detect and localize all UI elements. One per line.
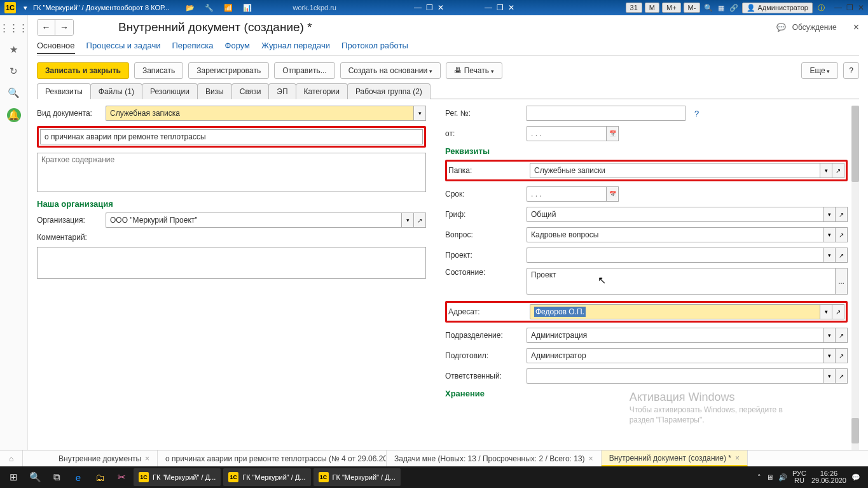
folder-field[interactable] bbox=[530, 163, 820, 178]
regno-help-icon[interactable]: ? bbox=[694, 109, 699, 118]
dept-dropdown[interactable]: ▾ bbox=[823, 328, 836, 343]
calendar-button[interactable]: 31 bbox=[626, 3, 642, 13]
subtab-links[interactable]: Связи bbox=[231, 83, 270, 99]
topic-field[interactable] bbox=[527, 227, 823, 242]
resp-open-button[interactable]: ↗ bbox=[835, 368, 848, 384]
minimize-icon[interactable]: — bbox=[414, 3, 422, 12]
home-tab[interactable]: ⌂ bbox=[0, 450, 23, 466]
from-date-field[interactable] bbox=[527, 126, 606, 141]
folder-dropdown[interactable]: ▾ bbox=[820, 163, 832, 178]
org-open-button[interactable]: ↗ bbox=[413, 213, 426, 228]
state-field[interactable]: Проект bbox=[527, 268, 836, 295]
regno-field[interactable] bbox=[527, 106, 685, 121]
subtab-visas[interactable]: Визы bbox=[197, 83, 232, 99]
print-button[interactable]: Печать bbox=[446, 62, 502, 79]
taskbar-app-3[interactable]: 1СГК "Меркурий" / Д... bbox=[313, 468, 401, 486]
tray-notif-icon[interactable]: 💬 bbox=[851, 473, 860, 482]
grif-field[interactable] bbox=[527, 207, 823, 222]
toolbar-icon[interactable]: 📊 bbox=[242, 2, 253, 13]
link-icon[interactable]: 🔗 bbox=[729, 4, 738, 12]
admin-button[interactable]: 👤 Администратор bbox=[742, 3, 812, 13]
topic-open-button[interactable]: ↗ bbox=[835, 227, 848, 242]
subtab-ep[interactable]: ЭП bbox=[268, 83, 296, 99]
tray-up-icon[interactable]: ˄ bbox=[757, 473, 761, 482]
send-button[interactable]: Отправить... bbox=[274, 62, 335, 79]
grif-open-button[interactable]: ↗ bbox=[835, 207, 848, 222]
author-field[interactable] bbox=[527, 348, 823, 363]
dept-open-button[interactable]: ↗ bbox=[835, 328, 848, 343]
layout-icon[interactable]: ▦ bbox=[718, 4, 724, 12]
addressee-field[interactable]: Федоров О.П. bbox=[530, 304, 820, 319]
explorer-icon[interactable]: 🗂 bbox=[89, 466, 111, 488]
tab-correspondence[interactable]: Переписка bbox=[172, 41, 214, 54]
tab-main[interactable]: Основное bbox=[37, 41, 75, 54]
m-plus-button[interactable]: M+ bbox=[662, 3, 681, 13]
deadline-field[interactable] bbox=[527, 186, 606, 202]
info-icon[interactable]: ⓘ bbox=[816, 2, 827, 13]
forward-button[interactable]: → bbox=[55, 20, 73, 35]
toolbar-icon[interactable]: 📂 bbox=[184, 2, 196, 13]
zoom-in-icon[interactable]: 🔍 bbox=[704, 4, 713, 12]
notifications-icon[interactable]: 🔔 bbox=[7, 108, 21, 122]
save-close-button[interactable]: Записать и закрыть bbox=[37, 62, 129, 79]
topic-dropdown[interactable]: ▾ bbox=[823, 227, 836, 242]
start-button[interactable]: ⊞ bbox=[3, 466, 24, 488]
history-icon[interactable]: ↻ bbox=[8, 65, 20, 78]
org-dropdown[interactable]: ▾ bbox=[401, 213, 414, 228]
tab-processes[interactable]: Процессы и задачи bbox=[86, 41, 161, 54]
subtab-workgroup[interactable]: Рабочая группа (2) bbox=[347, 83, 431, 99]
comment-textarea[interactable] bbox=[37, 247, 426, 279]
dept-field[interactable] bbox=[527, 328, 823, 343]
state-more-button[interactable]: … bbox=[835, 268, 848, 295]
minimize-icon[interactable]: — bbox=[485, 3, 492, 12]
maximize-icon[interactable]: ❐ bbox=[426, 3, 433, 12]
register-button[interactable]: Зарегистрировать bbox=[188, 62, 269, 79]
star-icon[interactable]: ★ bbox=[8, 43, 20, 56]
help-button[interactable]: ? bbox=[843, 62, 859, 79]
m-minus-button[interactable]: M- bbox=[684, 3, 701, 13]
subtab-resolutions[interactable]: Резолюции bbox=[142, 83, 198, 99]
search-icon[interactable]: 🔍 bbox=[8, 87, 20, 99]
org-field[interactable] bbox=[106, 213, 401, 228]
taskbar-app-2[interactable]: 1СГК "Меркурий" / Д... bbox=[223, 468, 310, 486]
dropdown-icon[interactable]: ▾ bbox=[20, 2, 31, 13]
resp-field[interactable] bbox=[527, 368, 823, 384]
taskbar-app-1[interactable]: 1СГК "Меркурий" / Д... bbox=[134, 468, 221, 486]
subtab-categories[interactable]: Категории bbox=[296, 83, 348, 99]
back-button[interactable]: ← bbox=[38, 20, 55, 35]
tab-protocol[interactable]: Протокол работы bbox=[341, 41, 408, 54]
snip-icon[interactable]: ✂ bbox=[111, 466, 132, 488]
project-open-button[interactable]: ↗ bbox=[835, 247, 848, 263]
doctab-internal-docs[interactable]: Внутренние документы× bbox=[51, 450, 158, 466]
close-icon[interactable]: ✕ bbox=[858, 3, 864, 12]
minimize-icon[interactable]: — bbox=[834, 3, 842, 12]
subject-field[interactable] bbox=[40, 129, 423, 144]
scrollbar-thumb[interactable] bbox=[851, 418, 859, 443]
addressee-dropdown[interactable]: ▾ bbox=[820, 304, 832, 319]
project-field[interactable] bbox=[527, 247, 823, 263]
tray-volume-icon[interactable]: 🔊 bbox=[778, 473, 787, 482]
edge-icon[interactable]: e bbox=[67, 466, 89, 488]
search-taskbar-icon[interactable]: 🔍 bbox=[24, 466, 46, 488]
save-button[interactable]: Записать bbox=[134, 62, 183, 79]
project-dropdown[interactable]: ▾ bbox=[823, 247, 836, 263]
tab-transferlog[interactable]: Журнал передачи bbox=[261, 41, 330, 54]
scrollbar[interactable] bbox=[851, 106, 859, 450]
scrollbar-thumb[interactable] bbox=[851, 106, 859, 182]
doc-type-field[interactable] bbox=[106, 106, 413, 121]
tab-forum[interactable]: Форум bbox=[225, 41, 251, 54]
addressee-open-button[interactable]: ↗ bbox=[832, 304, 844, 319]
apps-icon[interactable]: ⋮⋮⋮ bbox=[8, 22, 20, 34]
doctab-doc4[interactable]: о причинах аварии при ремонте теплотрасс… bbox=[158, 450, 387, 466]
toolbar-icon[interactable]: 🔧 bbox=[203, 2, 215, 13]
discuss-icon[interactable]: 💬 bbox=[776, 23, 786, 32]
tray-monitor-icon[interactable]: 🖥 bbox=[766, 473, 773, 481]
summary-textarea[interactable] bbox=[37, 153, 426, 192]
subtab-files[interactable]: Файлы (1) bbox=[90, 83, 142, 99]
close-icon[interactable]: ✕ bbox=[437, 3, 444, 12]
discuss-link[interactable]: Обсуждение bbox=[792, 23, 837, 32]
maximize-icon[interactable]: ❐ bbox=[846, 3, 853, 12]
more-button[interactable]: Еще bbox=[801, 62, 838, 79]
maximize-icon[interactable]: ❐ bbox=[497, 3, 504, 12]
doc-type-dropdown[interactable]: ▾ bbox=[413, 106, 426, 121]
